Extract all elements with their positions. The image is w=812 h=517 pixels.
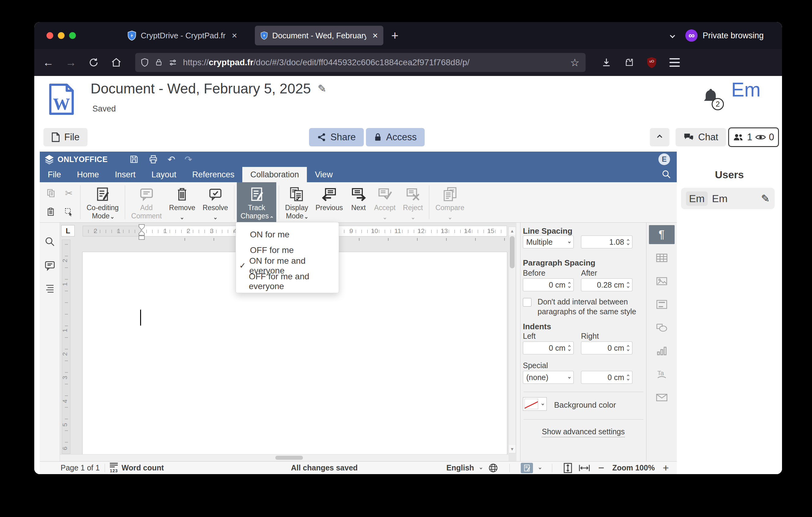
track-changes-status-button[interactable] (521, 463, 533, 473)
header-footer-settings-tab[interactable] (649, 295, 675, 314)
language-selector[interactable]: English (446, 463, 474, 472)
globe-icon[interactable] (488, 463, 498, 473)
tab-overflow-chevron-icon[interactable] (670, 33, 675, 38)
editor-search-button[interactable] (662, 169, 671, 179)
advanced-settings-link[interactable]: Show advanced settings (520, 427, 646, 436)
back-button[interactable]: ← (40, 54, 57, 71)
table-settings-tab[interactable] (649, 248, 675, 267)
chart-settings-tab[interactable] (649, 342, 675, 360)
notifications-button[interactable]: 2 (701, 86, 721, 107)
search-icon[interactable] (45, 236, 55, 247)
spinner-arrows[interactable] (569, 282, 570, 288)
tab-cryptdrive[interactable]: CryptDrive - CryptPad.fr × (122, 26, 242, 45)
url-text[interactable]: https://cryptpad.fr/doc/#/3/doc/edit/ff0… (183, 58, 565, 67)
comments-icon[interactable] (44, 260, 56, 271)
horizontal-scroll-thumb[interactable] (276, 456, 303, 460)
close-window-button[interactable] (47, 32, 53, 39)
display-mode-button[interactable]: Display Mode (282, 182, 312, 222)
account-initials[interactable]: Em (731, 78, 761, 101)
spacing-before-input[interactable]: 0 cm (523, 278, 574, 291)
line-spacing-select[interactable]: Multiple (523, 236, 574, 248)
image-settings-tab[interactable] (649, 272, 675, 291)
indent-right-input[interactable]: 0 cm (581, 342, 632, 354)
reload-button[interactable] (85, 54, 102, 71)
tab-references[interactable]: References (184, 167, 242, 182)
indent-left-input[interactable]: 0 cm (523, 342, 574, 354)
tab-home[interactable]: Home (69, 167, 107, 182)
background-color-picker[interactable] (523, 397, 547, 411)
new-tab-button[interactable]: + (391, 29, 398, 43)
extensions-button[interactable] (620, 54, 638, 71)
special-select[interactable]: (none) (523, 371, 574, 384)
select-all-button[interactable] (64, 207, 74, 217)
vertical-scroll-thumb[interactable] (510, 236, 515, 268)
remove-comment-button[interactable]: Remove (166, 182, 199, 222)
rename-pencil-icon[interactable]: ✎ (318, 82, 326, 94)
close-tab-icon[interactable]: × (230, 30, 237, 41)
horizontal-scrollbar[interactable] (60, 454, 509, 461)
paragraph-settings-tab[interactable]: ¶ (649, 225, 675, 244)
url-bar[interactable]: https://cryptpad.fr/doc/#/3/doc/edit/ff0… (135, 53, 586, 72)
spinner-arrows[interactable] (627, 282, 629, 288)
next-change-button[interactable]: Next (347, 182, 371, 222)
file-button[interactable]: File (44, 128, 87, 146)
indent-markers[interactable] (137, 224, 147, 241)
tab-view[interactable]: View (307, 167, 341, 182)
chat-button[interactable]: Chat (675, 128, 726, 146)
textart-settings-tab[interactable]: Ta (649, 365, 675, 384)
vertical-ruler[interactable]: 21123456 (62, 240, 70, 454)
permissions-icon[interactable] (168, 58, 177, 67)
spinner-arrows[interactable] (627, 375, 629, 380)
tab-stop-selector[interactable]: L (61, 225, 75, 237)
tracking-shield-icon[interactable] (140, 58, 149, 67)
coediting-mode-button[interactable]: Co-editing Mode (83, 182, 122, 222)
tab-insert[interactable]: Insert (107, 167, 144, 182)
fit-page-icon[interactable] (563, 462, 573, 473)
menu-item-on-for-me[interactable]: ON for me (236, 227, 339, 242)
page-indicator[interactable]: Page 1 of 1 (61, 463, 100, 472)
zoom-out-button[interactable]: − (596, 462, 606, 474)
mail-merge-settings-tab[interactable] (649, 388, 675, 407)
vertical-scrollbar[interactable]: ▲ ▼ (509, 227, 516, 453)
spinner-arrows[interactable] (627, 240, 629, 245)
navigation-icon[interactable] (45, 284, 55, 293)
access-button[interactable]: Access (366, 128, 425, 146)
spinner-arrows[interactable] (627, 346, 629, 351)
menu-item-off-for-me[interactable]: OFF for me (236, 242, 339, 258)
menu-item-on-for-everyone[interactable]: ✓ON for me and everyone (236, 258, 339, 273)
home-button[interactable] (108, 54, 125, 71)
zoom-in-button[interactable]: + (661, 462, 671, 474)
shape-settings-tab[interactable] (649, 318, 675, 337)
user-row[interactable]: Em Em ✎ (681, 188, 775, 209)
presence-counter[interactable]: 1 0 (728, 128, 779, 147)
ublock-button[interactable]: uO (643, 54, 660, 71)
share-button[interactable]: Share (309, 128, 364, 146)
word-count-button[interactable]: Word count (121, 463, 164, 472)
scroll-up-icon[interactable]: ▲ (509, 227, 516, 235)
menu-button[interactable] (669, 58, 680, 67)
tab-file[interactable]: File (40, 167, 69, 182)
spacing-after-input[interactable]: 0.28 cm (581, 278, 632, 291)
menu-item-off-for-everyone[interactable]: OFF for me and everyone (236, 273, 339, 289)
tab-layout[interactable]: Layout (144, 167, 184, 182)
interval-checkbox[interactable] (523, 298, 531, 306)
collapse-toolbar-button[interactable] (650, 128, 669, 146)
downloads-button[interactable] (598, 54, 615, 71)
undo-button[interactable]: ↶ (168, 154, 175, 165)
fit-width-icon[interactable] (579, 463, 590, 472)
zoom-level[interactable]: Zoom 100% (612, 463, 655, 472)
tab-collaboration[interactable]: Collaboration (242, 167, 307, 182)
save-button[interactable] (129, 154, 139, 164)
spinner-arrows[interactable] (569, 346, 570, 351)
maximize-window-button[interactable] (69, 32, 76, 39)
edit-name-pencil-icon[interactable]: ✎ (761, 192, 770, 205)
minimize-window-button[interactable] (58, 32, 64, 39)
previous-change-button[interactable]: Previous (312, 182, 346, 222)
resolve-comment-button[interactable]: Resolve (199, 182, 232, 222)
print-button[interactable] (148, 154, 158, 164)
close-tab-icon[interactable]: × (371, 30, 378, 41)
lock-icon[interactable] (155, 58, 163, 67)
scroll-down-icon[interactable]: ▼ (509, 445, 516, 453)
special-amount-input[interactable]: 0 cm (581, 371, 632, 384)
line-spacing-value-input[interactable]: 1.08 (581, 236, 632, 248)
